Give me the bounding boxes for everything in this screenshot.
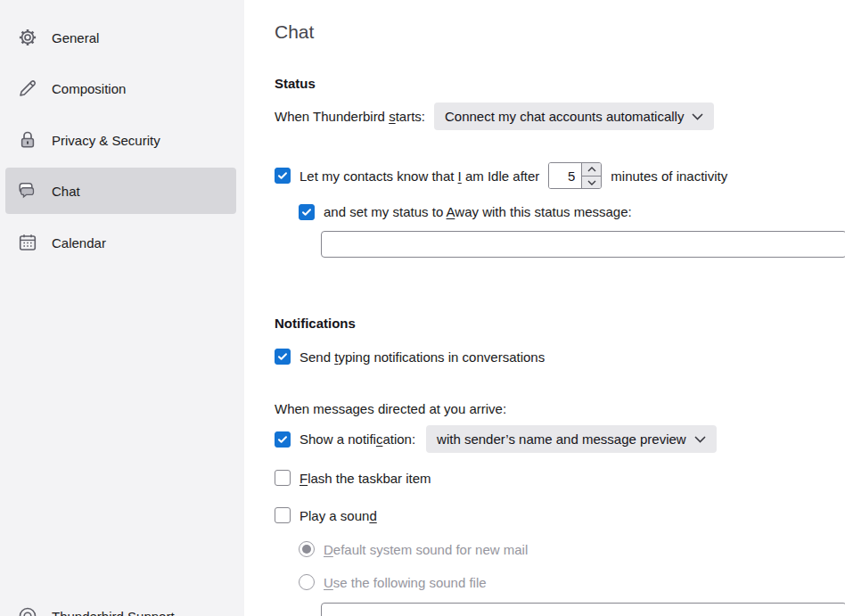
typing-label: Send typing notifications in conversatio… xyxy=(299,349,545,365)
chat-startup-dropdown[interactable]: Connect my chat accounts automatically xyxy=(434,103,714,130)
idle-minutes-input[interactable] xyxy=(549,163,581,188)
sound-file-row: Use the following sound file xyxy=(299,573,487,591)
sidebar-item-label: Calendar xyxy=(52,235,106,251)
away-row: and set my status to Away with this stat… xyxy=(299,203,632,220)
page-title: Chat xyxy=(275,21,314,43)
default-sound-row: Default system sound for new mail xyxy=(299,540,528,558)
notification-style-dropdown[interactable]: with sender’s name and message preview xyxy=(426,425,717,453)
typing-checkbox[interactable] xyxy=(275,349,291,365)
sidebar-item-composition[interactable]: Composition xyxy=(5,65,236,111)
arrive-label: When messages directed at you arrive: xyxy=(275,400,506,416)
chat-bubbles-icon xyxy=(17,180,38,201)
default-sound-label: Default system sound for new mail xyxy=(324,542,528,557)
thunderbird-settings-window: General Composition Privacy & Security xyxy=(0,0,845,616)
status-section-heading: Status xyxy=(275,76,316,91)
chevron-down-icon xyxy=(694,436,706,443)
show-notification-label: Show a notification: xyxy=(299,431,415,447)
play-sound-checkbox[interactable] xyxy=(275,507,291,523)
idle-suffix-label: minutes of inactivity xyxy=(611,168,727,184)
sidebar-item-label: Chat xyxy=(52,184,80,199)
away-message-input[interactable] xyxy=(321,231,845,258)
notification-style-dropdown-value: with sender’s name and message preview xyxy=(437,431,686,447)
chat-startup-dropdown-value: Connect my chat accounts automatically xyxy=(445,109,684,124)
sound-file-label: Use the following sound file xyxy=(324,575,487,590)
spinner-up-button[interactable] xyxy=(582,163,601,176)
life-ring-icon xyxy=(17,605,38,616)
when-starts-label: When Thunderbird starts: xyxy=(275,109,425,124)
chat-settings-pane: Chat Status When Thunderbird starts: Con… xyxy=(244,0,845,616)
sidebar-item-chat[interactable]: Chat xyxy=(5,168,236,214)
pencil-icon xyxy=(17,78,38,99)
sidebar-item-support[interactable]: Thunderbird Support xyxy=(5,593,236,616)
sidebar-item-label: Thunderbird Support xyxy=(52,609,175,616)
check-icon xyxy=(277,434,288,445)
calendar-icon xyxy=(17,232,38,253)
idle-row: Let my contacts know that I am Idle afte… xyxy=(275,161,727,190)
flash-taskbar-row: Flash the taskbar item xyxy=(275,469,431,487)
chevron-down-icon xyxy=(692,113,703,120)
chevron-up-icon xyxy=(587,167,596,172)
check-icon xyxy=(277,351,288,362)
default-sound-radio[interactable] xyxy=(299,541,315,557)
lock-icon xyxy=(17,129,38,151)
spinner-buttons xyxy=(581,163,601,188)
gear-icon xyxy=(17,27,38,48)
show-notification-checkbox[interactable] xyxy=(275,431,291,448)
check-icon xyxy=(277,170,288,181)
sidebar-item-calendar[interactable]: Calendar xyxy=(5,219,236,266)
sound-file-radio[interactable] xyxy=(299,574,315,590)
check-icon xyxy=(301,207,312,218)
idle-minutes-spinner xyxy=(548,162,602,189)
show-notification-row: Show a notification: with sender’s name … xyxy=(275,425,717,453)
sound-file-input[interactable] xyxy=(321,603,845,616)
away-checkbox[interactable] xyxy=(299,204,315,220)
settings-sidebar: General Composition Privacy & Security xyxy=(0,0,244,616)
sidebar-item-label: General xyxy=(52,30,99,45)
sidebar-item-label: Composition xyxy=(52,81,126,96)
notifications-section-heading: Notifications xyxy=(275,316,356,331)
idle-label: Let my contacts know that I am Idle afte… xyxy=(299,168,539,184)
spinner-down-button[interactable] xyxy=(582,176,601,188)
flash-taskbar-label: Flash the taskbar item xyxy=(299,471,431,486)
sidebar-item-general[interactable]: General xyxy=(5,14,236,61)
typing-row: Send typing notifications in conversatio… xyxy=(275,348,545,365)
play-sound-label: Play a sound xyxy=(299,508,377,523)
flash-taskbar-checkbox[interactable] xyxy=(275,470,291,486)
sidebar-item-label: Privacy & Security xyxy=(52,133,160,148)
sidebar-item-privacy-security[interactable]: Privacy & Security xyxy=(5,117,236,163)
idle-checkbox[interactable] xyxy=(275,168,291,184)
play-sound-row: Play a sound xyxy=(275,506,377,524)
when-starts-row: When Thunderbird starts: Connect my chat… xyxy=(275,103,714,130)
chevron-down-icon xyxy=(587,180,596,185)
away-label: and set my status to Away with this stat… xyxy=(324,204,632,219)
